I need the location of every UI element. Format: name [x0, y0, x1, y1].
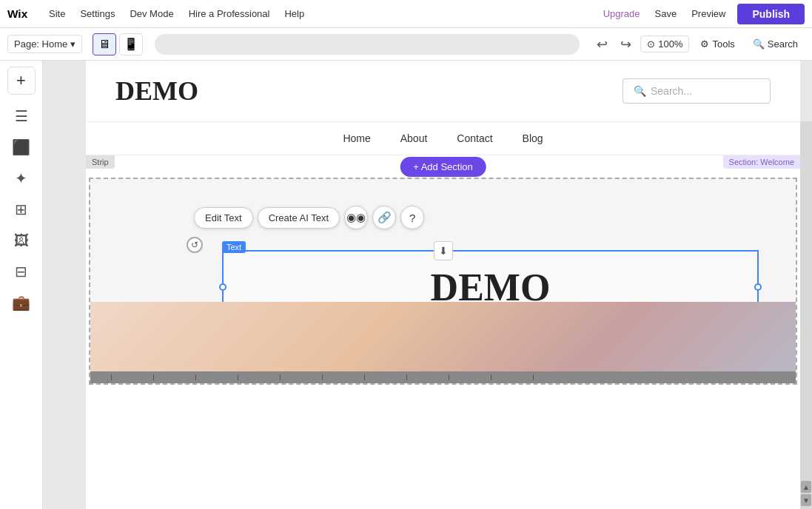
website-preview: DEMO 🔍 Search... Home About Contact Blog… — [86, 61, 800, 509]
ai-icon: ◉◉ — [346, 211, 366, 224]
search-button[interactable]: 🔍 Search — [746, 36, 805, 53]
welcome-section: Edit Text Create AI Text ◉◉ 🔗 ? ↺ Text — [89, 178, 797, 385]
nav-blog[interactable]: Blog — [523, 132, 543, 144]
ai-icon-button[interactable]: ◉◉ — [344, 206, 368, 229]
undo-redo-group: ↩ ↪ — [591, 34, 636, 55]
zoom-value: 100% — [658, 38, 682, 50]
left-sidebar: + ☰ ⬛ ✦ ⊞ 🖼 ⊟ 💼 — [0, 61, 43, 509]
upgrade-link[interactable]: Upgrade — [596, 8, 648, 19]
right-scrollbar: ▲ ▼ — [800, 121, 812, 509]
sidebar-pages-icon[interactable]: ⬛ — [7, 133, 36, 161]
ruler-tick — [238, 374, 238, 380]
mobile-device-btn[interactable]: 📱 — [119, 33, 143, 55]
site-search-box[interactable]: 🔍 Search... — [623, 78, 771, 104]
undo-button[interactable]: ↩ — [591, 34, 612, 55]
resize-handle-left[interactable] — [219, 283, 227, 291]
nav-hire[interactable]: Hire a Professional — [181, 0, 278, 28]
rotate-handle[interactable]: ↺ — [187, 237, 203, 253]
ruler-tick — [111, 374, 112, 380]
text-badge: Text — [222, 241, 246, 253]
sidebar-apps-icon[interactable]: ⊞ — [7, 195, 36, 223]
device-buttons: 🖥 📱 — [93, 33, 143, 55]
nav-home[interactable]: Home — [343, 132, 370, 144]
wix-logo[interactable]: Wix — [7, 7, 31, 21]
page-selector[interactable]: Page: Home ▾ — [7, 35, 82, 53]
second-bar: Page: Home ▾ 🖥 📱 ↩ ↪ ⊙ 100% ⚙ Tools 🔍 Se… — [0, 28, 812, 61]
strip-label: Strip — [86, 155, 115, 169]
text-toolbar: Edit Text Create AI Text ◉◉ 🔗 ? — [194, 206, 424, 229]
section-welcome-label: Section: Welcome — [723, 155, 800, 169]
ruler-tick — [491, 374, 491, 380]
nav-contact[interactable]: Contact — [457, 132, 492, 144]
ruler-tick — [322, 374, 323, 380]
svg-text:Wix: Wix — [7, 7, 28, 20]
help-button[interactable]: ? — [400, 206, 424, 229]
ruler-tick — [280, 374, 281, 380]
nav-devmode[interactable]: Dev Mode — [122, 0, 181, 28]
sidebar-media-icon[interactable]: 🖼 — [7, 226, 36, 254]
ruler-tick — [406, 374, 407, 380]
section-labels-row: Strip + Add Section Section: Welcome — [86, 155, 800, 178]
desktop-device-btn[interactable]: 🖥 — [93, 33, 116, 55]
top-bar: Wix Site Settings Dev Mode Hire a Profes… — [0, 0, 812, 28]
sidebar-design-icon[interactable]: ✦ — [7, 164, 36, 192]
help-icon: ? — [409, 212, 415, 224]
ruler-tick — [153, 374, 154, 380]
edit-text-button[interactable]: Edit Text — [194, 207, 253, 229]
resize-handle-right[interactable] — [754, 283, 762, 291]
desktop-icon: 🖥 — [98, 38, 110, 51]
ruler-tick — [449, 374, 449, 380]
scroll-down-button[interactable]: ▼ — [801, 494, 811, 506]
zoom-control[interactable]: ⊙ 100% — [640, 36, 689, 53]
bottom-ruler — [90, 371, 796, 383]
tools-label: Tools — [712, 38, 734, 50]
chevron-down-icon: ▾ — [70, 38, 76, 50]
publish-button[interactable]: Publish — [737, 4, 805, 24]
site-nav: Home About Contact Blog — [86, 122, 800, 155]
canvas-area: DEMO 🔍 Search... Home About Contact Blog… — [43, 61, 812, 509]
create-ai-text-button[interactable]: Create AI Text — [258, 207, 340, 229]
link-button[interactable]: 🔗 — [372, 206, 396, 229]
preview-button[interactable]: Preview — [684, 8, 733, 19]
nav-about[interactable]: About — [400, 132, 428, 144]
search-icon: 🔍 — [753, 38, 765, 50]
nav-settings[interactable]: Settings — [73, 0, 122, 28]
download-handle[interactable]: ⬇ — [434, 241, 453, 260]
site-header: DEMO 🔍 Search... — [86, 61, 800, 122]
page-label: Page: Home — [14, 38, 67, 50]
search-placeholder: Search... — [651, 85, 692, 97]
zoom-icon: ⊙ — [647, 38, 655, 50]
save-button[interactable]: Save — [648, 8, 685, 19]
redo-button[interactable]: ↪ — [615, 34, 636, 55]
link-icon: 🔗 — [378, 211, 392, 224]
mobile-icon: 📱 — [124, 37, 138, 51]
nav-help[interactable]: Help — [277, 0, 312, 28]
bottom-image-strip — [90, 302, 796, 383]
tools-button[interactable]: ⚙ Tools — [694, 36, 741, 53]
tools-icon: ⚙ — [700, 38, 709, 50]
scroll-up-button[interactable]: ▲ — [801, 481, 811, 493]
search-label: Search — [768, 38, 798, 50]
sidebar-sections-icon[interactable]: ⊟ — [7, 257, 36, 286]
sidebar-layers-icon[interactable]: ☰ — [7, 102, 36, 130]
ruler-tick — [364, 374, 365, 380]
site-logo: DEMO — [115, 75, 623, 107]
ruler-tick — [533, 374, 534, 380]
ruler-tick — [195, 374, 196, 380]
search-icon: 🔍 — [634, 85, 646, 97]
sidebar-portfolio-icon[interactable]: 💼 — [7, 289, 36, 317]
add-section-button[interactable]: + Add Section — [400, 157, 486, 177]
main-layout: + ☰ ⬛ ✦ ⊞ 🖼 ⊟ 💼 DEMO 🔍 Search... Home Ab… — [0, 61, 812, 509]
nav-site[interactable]: Site — [41, 0, 73, 28]
breadcrumb-bar — [155, 34, 580, 55]
sidebar-add-button[interactable]: + — [7, 67, 36, 95]
